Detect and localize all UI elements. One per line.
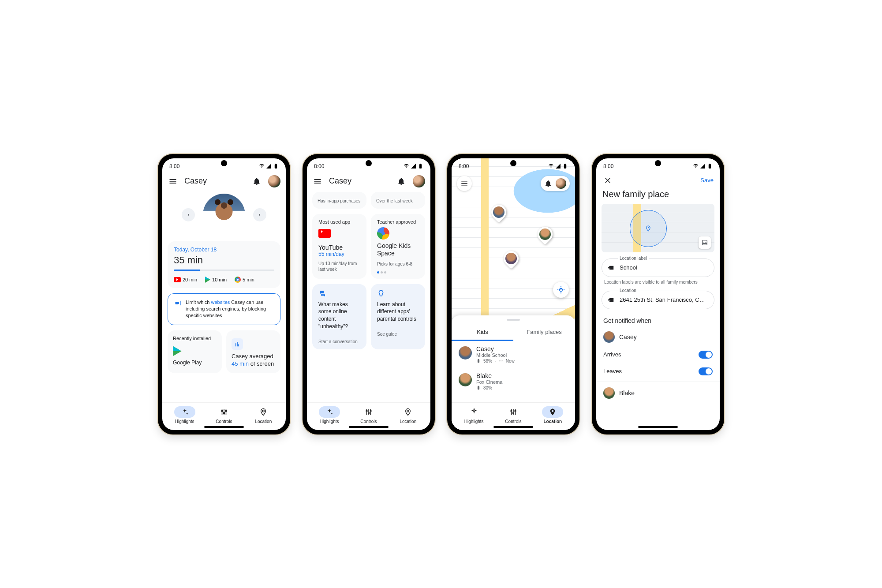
timeframe-card-footer[interactable]: Over the last week bbox=[371, 192, 425, 209]
arrives-toggle[interactable] bbox=[699, 351, 713, 359]
parent-avatar[interactable] bbox=[268, 175, 280, 187]
avatar bbox=[603, 331, 615, 343]
signal-icon bbox=[700, 163, 706, 169]
website-limit-tip[interactable]: Limit which websites Casey can use, incl… bbox=[168, 293, 280, 325]
nav-controls[interactable]: Controls bbox=[358, 406, 379, 424]
app-bar: Casey bbox=[162, 172, 286, 192]
wifi-icon bbox=[693, 163, 699, 169]
camera-cutout bbox=[655, 160, 661, 166]
pin-icon bbox=[542, 406, 563, 418]
average-screen-time-card[interactable]: Casey averaged 45 min of screen bbox=[226, 330, 280, 373]
nav-highlights[interactable]: Highlights bbox=[319, 406, 340, 424]
screen-time-bar bbox=[174, 270, 274, 271]
youtube-icon bbox=[174, 277, 181, 282]
svg-point-0 bbox=[366, 410, 367, 412]
parent-avatar bbox=[556, 178, 566, 189]
battery-icon bbox=[273, 163, 279, 169]
nav-highlights[interactable]: Highlights bbox=[174, 406, 195, 424]
svg-point-1 bbox=[368, 412, 369, 413]
most-used-app-card[interactable]: Most used app YouTube 55 min/day Up 13 m… bbox=[312, 214, 366, 279]
sparkle-icon bbox=[174, 406, 195, 418]
kid-row-blake[interactable]: Blake Fox Cinema 80% bbox=[452, 368, 575, 395]
carousel-dots bbox=[377, 271, 419, 273]
map-layers-button[interactable] bbox=[699, 236, 711, 249]
menu-icon[interactable] bbox=[312, 176, 323, 187]
conversation-card[interactable]: What makes some online content "unhealth… bbox=[312, 284, 366, 349]
nav-location[interactable]: Location bbox=[542, 406, 563, 424]
child-avatar[interactable] bbox=[203, 194, 245, 236]
save-button[interactable]: Save bbox=[700, 177, 714, 184]
nav-location[interactable]: Location bbox=[397, 406, 419, 424]
bell-icon[interactable] bbox=[251, 176, 262, 187]
battery-icon bbox=[707, 163, 713, 169]
svg-point-6 bbox=[511, 410, 512, 412]
location-address-field[interactable]: Location 2641 25th St, San Francisco, CA… bbox=[602, 291, 714, 309]
gesture-bar bbox=[349, 426, 389, 428]
notify-child-casey: Casey bbox=[596, 328, 720, 346]
sliders-icon bbox=[503, 406, 524, 418]
tag-icon bbox=[608, 296, 615, 303]
parent-avatar[interactable] bbox=[413, 175, 425, 187]
place-map-preview[interactable] bbox=[602, 204, 714, 252]
teacher-approved-card[interactable]: Teacher approved Google Kids Space Picks… bbox=[371, 214, 425, 279]
screen-time-card[interactable]: Today, October 18 35 min 20 min 10 min 5… bbox=[168, 241, 280, 288]
tab-kids[interactable]: Kids bbox=[452, 324, 513, 341]
megaphone-icon bbox=[173, 299, 181, 307]
leaves-toggle-row: Leaves bbox=[596, 363, 720, 380]
battery-icon bbox=[476, 359, 481, 363]
status-time: 8:00 bbox=[314, 163, 324, 169]
websites-link[interactable]: websites bbox=[211, 300, 230, 305]
helper-text: Location labels are visible to all famil… bbox=[604, 280, 712, 285]
broadcast-icon bbox=[499, 359, 503, 363]
notify-child-blake: Blake bbox=[596, 384, 720, 402]
svg-point-9 bbox=[648, 227, 649, 228]
prev-child-button[interactable] bbox=[182, 208, 195, 221]
sheet-handle[interactable] bbox=[507, 319, 520, 321]
pin-icon bbox=[253, 406, 274, 418]
purchases-card-footer[interactable]: Has in-app purchases bbox=[312, 192, 366, 209]
sliders-icon bbox=[213, 406, 235, 418]
date-link[interactable]: Today, October 18 bbox=[174, 247, 274, 253]
phone-highlights: 8:00 Casey bbox=[158, 154, 290, 434]
wifi-icon bbox=[548, 163, 554, 169]
pin-icon bbox=[645, 225, 651, 232]
location-bottom-sheet[interactable]: Kids Family places Casey Middle School 5… bbox=[452, 315, 575, 430]
recently-installed-card[interactable]: Recently installed Google Play bbox=[168, 330, 222, 373]
nav-location[interactable]: Location bbox=[253, 406, 274, 424]
pin-icon bbox=[397, 406, 419, 418]
next-child-button[interactable] bbox=[253, 208, 266, 221]
gesture-bar bbox=[638, 426, 678, 428]
battery-icon bbox=[562, 163, 568, 169]
app-bar: Casey bbox=[307, 172, 430, 192]
bar-chart-icon bbox=[232, 338, 243, 350]
geofence-radius[interactable] bbox=[630, 210, 667, 247]
gesture-bar bbox=[204, 426, 244, 428]
tag-icon bbox=[608, 264, 615, 271]
kids-space-icon bbox=[376, 226, 390, 240]
close-button[interactable] bbox=[602, 175, 613, 186]
nav-controls[interactable]: Controls bbox=[213, 406, 235, 424]
phone-location-map: 8:00 Kids Family places bbox=[447, 154, 579, 434]
kid-row-casey[interactable]: Casey Middle School 56% · Now bbox=[452, 341, 575, 368]
phone-highlights-cards: 8:00 Casey Has in-app purchases Over the… bbox=[303, 154, 435, 434]
guide-card[interactable]: Learn about different apps' parental con… bbox=[371, 284, 425, 349]
bell-icon[interactable] bbox=[396, 176, 407, 187]
location-label-field[interactable]: Location label School bbox=[602, 258, 714, 277]
location-label-value: School bbox=[620, 264, 708, 271]
youtube-icon bbox=[318, 229, 331, 238]
child-switcher bbox=[168, 194, 280, 236]
notifications-avatar-pill[interactable] bbox=[541, 176, 570, 191]
my-location-button[interactable] bbox=[553, 282, 569, 298]
menu-icon[interactable] bbox=[168, 176, 178, 187]
tab-family-places[interactable]: Family places bbox=[513, 324, 575, 341]
phone-new-family-place: 8:00 Save New family place Location labe… bbox=[592, 154, 724, 434]
svg-point-8 bbox=[515, 410, 516, 412]
svg-point-5 bbox=[501, 360, 501, 361]
location-tabs: Kids Family places bbox=[452, 324, 575, 341]
nav-controls[interactable]: Controls bbox=[503, 406, 524, 424]
total-screen-time: 35 min bbox=[174, 255, 274, 266]
nav-highlights[interactable]: Highlights bbox=[463, 406, 485, 424]
menu-button[interactable] bbox=[457, 176, 472, 191]
sparkle-icon bbox=[319, 406, 340, 418]
leaves-toggle[interactable] bbox=[699, 367, 713, 375]
